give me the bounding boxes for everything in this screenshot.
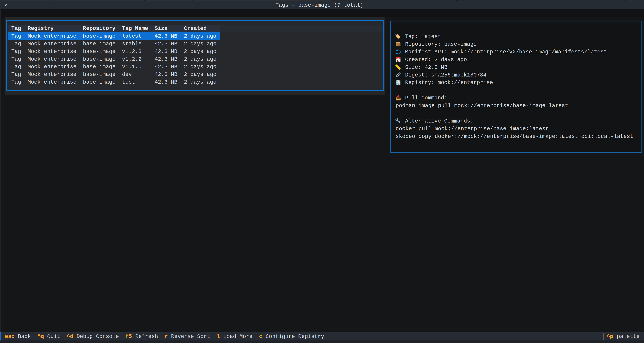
svg-text:July: July (397, 58, 400, 59)
svg-text:17: 17 (397, 60, 400, 62)
